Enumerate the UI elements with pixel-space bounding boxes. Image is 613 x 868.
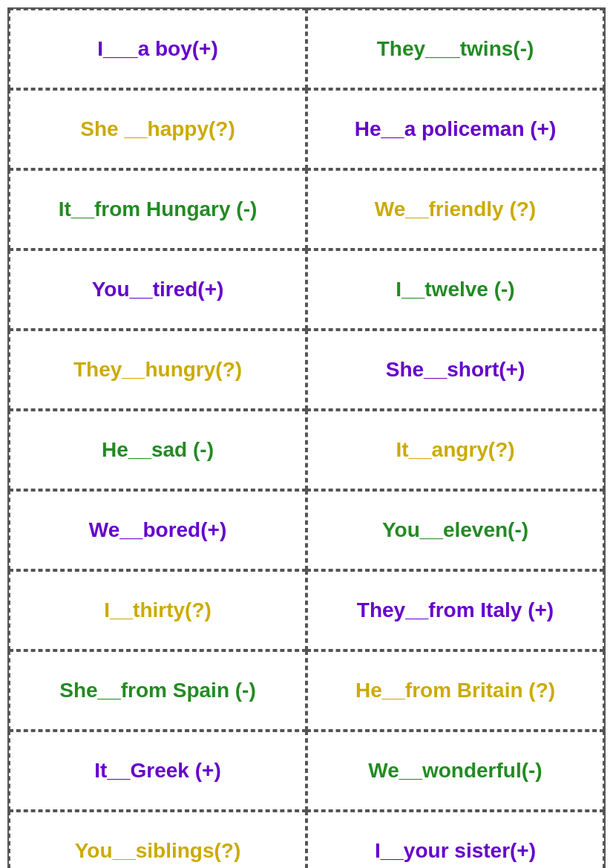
card-3-text: She __happy(?) — [80, 117, 235, 142]
card-13-text: We__bored(+) — [89, 518, 226, 543]
card-15-text: I__thirty(?) — [104, 598, 212, 623]
card-19: It__Greek (+) — [9, 731, 306, 811]
card-11-text: He__sad (-) — [102, 437, 214, 463]
card-5: It__from Hungary (-) — [9, 169, 306, 249]
card-11: He__sad (-) — [9, 410, 306, 490]
card-17: She__from Spain (-) — [9, 650, 306, 731]
card-4-text: He__a policeman (+) — [355, 117, 557, 142]
card-16: They__from Italy (+) — [306, 570, 604, 650]
card-18: He__from Britain (?) — [306, 650, 604, 731]
card-10-text: She__short(+) — [386, 357, 525, 382]
card-6: We__friendly (?) — [306, 169, 604, 249]
card-16-text: They__from Italy (+) — [357, 598, 554, 623]
card-8-text: I__twelve (-) — [396, 277, 514, 302]
card-20-text: We__wonderful(-) — [368, 758, 542, 783]
card-22: I__your sister(+) — [306, 811, 604, 868]
card-1: I___a boy(+) — [9, 9, 306, 89]
card-6-text: We__friendly (?) — [375, 197, 536, 222]
card-22-text: I__your sister(+) — [375, 838, 536, 864]
card-7: You__tired(+) — [9, 249, 306, 330]
card-5-text: It__from Hungary (-) — [59, 197, 258, 222]
card-21: You__siblings(?) — [9, 811, 306, 868]
card-12-text: It__angry(?) — [396, 437, 514, 463]
card-8: I__twelve (-) — [306, 249, 604, 330]
card-20: We__wonderful(-) — [306, 731, 604, 811]
card-19-text: It__Greek (+) — [94, 758, 220, 783]
card-4: He__a policeman (+) — [306, 89, 604, 169]
card-14: You__eleven(-) — [306, 490, 604, 570]
card-2: They___twins(-) — [306, 9, 604, 89]
card-21-text: You__siblings(?) — [75, 838, 241, 864]
card-7-text: You__tired(+) — [92, 277, 224, 302]
card-17-text: She__from Spain (-) — [59, 678, 255, 703]
card-9-text: They__hungry(?) — [73, 357, 242, 382]
card-14-text: You__eleven(-) — [382, 518, 528, 543]
card-1-text: I___a boy(+) — [97, 36, 218, 62]
flashcard-grid: I___a boy(+)They___twins(-)She __happy(?… — [7, 7, 606, 868]
card-18-text: He__from Britain (?) — [355, 678, 555, 703]
card-9: They__hungry(?) — [9, 330, 306, 410]
card-12: It__angry(?) — [306, 410, 604, 490]
card-15: I__thirty(?) — [9, 570, 306, 650]
card-10: She__short(+) — [306, 330, 604, 410]
card-2-text: They___twins(-) — [377, 36, 534, 62]
card-13: We__bored(+) — [9, 490, 306, 570]
card-3: She __happy(?) — [9, 89, 306, 169]
